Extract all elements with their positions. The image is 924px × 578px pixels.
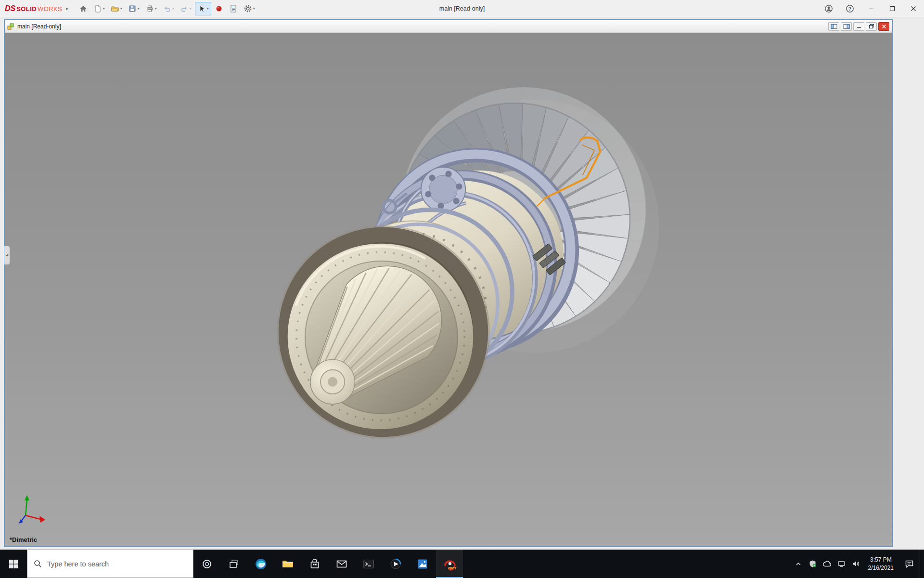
engine-3d-model[interactable] (5, 33, 892, 546)
minimize-button[interactable] (860, 0, 882, 17)
media-player-icon (389, 558, 402, 570)
taskbar-clock[interactable]: 3:57 PM 2/16/2021 (863, 556, 898, 571)
help-button[interactable]: ? (839, 0, 860, 17)
show-desktop-button[interactable] (920, 550, 924, 578)
maximize-button[interactable] (882, 0, 903, 17)
chevron-down-icon[interactable]: ▾ (138, 6, 140, 11)
select-cursor-icon (197, 4, 206, 13)
start-button[interactable] (0, 550, 27, 578)
file-properties-icon (229, 4, 238, 13)
task-view-button[interactable] (220, 550, 247, 578)
file-explorer-icon (281, 557, 295, 571)
taskbar-search-input[interactable]: Type here to search (27, 550, 193, 578)
document-window: main [Read-only] (4, 19, 893, 547)
save-icon (128, 4, 137, 13)
help-icon: ? (845, 4, 855, 13)
pane-left-icon (831, 24, 837, 29)
options-gear-icon (244, 4, 252, 13)
chevron-down-icon[interactable]: ▾ (103, 6, 105, 11)
action-center-button[interactable] (898, 550, 920, 578)
doc-minimize-button[interactable] (853, 22, 864, 31)
app-window-controls: ? (818, 0, 924, 17)
doc-close-button[interactable] (878, 22, 889, 31)
tray-security-button[interactable] (806, 550, 820, 578)
close-button[interactable] (903, 0, 924, 17)
clock-date: 2/16/2021 (868, 564, 894, 572)
home-button[interactable] (77, 2, 90, 15)
chevron-down-icon[interactable]: ▾ (190, 6, 192, 11)
task-pane-collapsed[interactable] (893, 17, 924, 550)
redo-icon (180, 4, 189, 13)
panel-flyout-handle[interactable]: ◀ (4, 246, 10, 265)
document-titlebar[interactable]: main [Read-only] (5, 20, 892, 33)
cortana-button[interactable] (193, 550, 220, 578)
select-button[interactable]: ▾ (195, 2, 211, 15)
screen: DS SOLID WORKS ▸ ▾ ▾ (0, 0, 924, 578)
open-button[interactable]: ▾ (108, 2, 125, 15)
chevron-down-icon[interactable]: ▾ (155, 6, 157, 11)
home-icon (79, 4, 88, 13)
tray-volume-button[interactable] (849, 550, 863, 578)
chevron-down-icon[interactable]: ▾ (172, 6, 174, 11)
open-folder-icon (111, 4, 119, 13)
undo-button[interactable]: ▾ (160, 2, 177, 15)
clock-time: 3:57 PM (868, 556, 894, 564)
3d-viewport[interactable]: *Dimetric (5, 33, 892, 546)
assembly-document-icon (7, 23, 14, 30)
store-icon (308, 558, 321, 570)
undo-icon (163, 4, 171, 13)
account-icon (824, 4, 834, 13)
mail-icon (335, 558, 348, 570)
chevron-up-icon (795, 561, 802, 567)
restore-icon (869, 24, 874, 29)
file-properties-button[interactable] (227, 2, 240, 15)
svg-text:?: ? (848, 6, 851, 12)
close-icon (882, 24, 886, 29)
view-orientation-label: *Dimetric (10, 536, 37, 543)
taskbar-icon-file-explorer[interactable] (274, 550, 301, 578)
new-document-icon (93, 4, 102, 13)
solidworks-logo: DS SOLID WORKS (5, 4, 62, 13)
record-sphere-icon (215, 4, 223, 13)
edge-icon (254, 557, 268, 571)
search-icon (34, 560, 42, 568)
redo-button[interactable]: ▾ (178, 2, 194, 15)
tray-network-button[interactable] (834, 550, 849, 578)
account-button[interactable] (818, 0, 839, 17)
document-title: main [Read-only] (17, 23, 61, 30)
taskbar-icon-photos[interactable] (409, 550, 436, 578)
window-pane-left-button[interactable] (828, 22, 839, 31)
windows-logo-icon (8, 559, 19, 569)
photos-icon (416, 558, 429, 570)
save-button[interactable]: ▾ (126, 2, 142, 15)
record-macro-button[interactable] (212, 2, 226, 15)
print-button[interactable]: ▾ (143, 2, 159, 15)
task-view-icon (229, 559, 239, 569)
close-icon (911, 6, 916, 12)
app-window-title: main [Read-only] (439, 5, 485, 12)
taskbar-icon-solidworks[interactable]: 2021 (436, 550, 463, 578)
chevron-down-icon[interactable]: ▾ (253, 6, 255, 11)
options-button[interactable]: ▾ (241, 2, 257, 15)
chevron-down-icon[interactable]: ▾ (207, 6, 209, 11)
pane-right-icon (843, 24, 850, 29)
notification-bubble-icon (905, 560, 914, 568)
speaker-icon (852, 560, 860, 567)
taskbar-icon-media-player[interactable] (382, 550, 409, 578)
tray-chevron-button[interactable] (791, 550, 806, 578)
doc-restore-button[interactable] (866, 22, 877, 31)
system-tray: 3:57 PM 2/16/2021 (791, 550, 924, 578)
taskbar-icon-store[interactable] (301, 550, 328, 578)
cloud-icon (822, 560, 832, 567)
new-document-button[interactable]: ▾ (91, 2, 107, 15)
taskbar-icon-mail[interactable] (328, 550, 355, 578)
tray-onedrive-button[interactable] (820, 550, 834, 578)
chevron-down-icon[interactable]: ▾ (120, 6, 122, 11)
orientation-triad (17, 494, 48, 526)
taskbar: Type here to search (0, 550, 924, 578)
toolbar-expand-button[interactable]: ▸ (66, 5, 69, 12)
window-pane-right-button[interactable] (841, 22, 852, 31)
taskbar-icon-console[interactable] (355, 550, 382, 578)
taskbar-icon-edge[interactable] (247, 550, 274, 578)
security-shield-icon (808, 560, 817, 568)
